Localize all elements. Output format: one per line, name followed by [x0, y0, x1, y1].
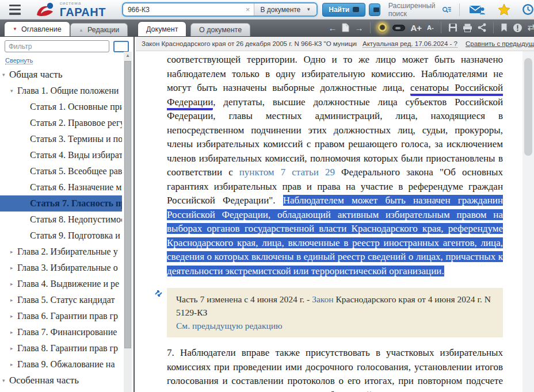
print-icon[interactable]	[463, 24, 472, 32]
document-page-icon[interactable]	[342, 23, 349, 32]
document-scrollbar-thumb[interactable]	[524, 58, 532, 156]
toc-item[interactable]: ▸Глава 4. Выдвижение и ре	[0, 276, 122, 292]
compare-editions-link[interactable]: Сравнить с предыдущ	[466, 40, 534, 47]
top-right-icons	[469, 3, 534, 16]
collapsed-triangle-icon[interactable]: ▸	[10, 249, 17, 255]
save-icon[interactable]	[448, 23, 457, 32]
toc-sidebar: Свернуть ▾Общая часть▾Глава 1. Общие пол…	[0, 37, 135, 392]
toc-item[interactable]: Статья 9. Подготовка и	[0, 228, 122, 244]
toc-item-label: Глава 5. Статус кандидат	[17, 295, 115, 305]
secondary-search-button[interactable]	[369, 3, 380, 16]
favorites-star-icon[interactable]	[498, 3, 510, 16]
find-button[interactable]: Найти	[322, 3, 365, 17]
previous-edition-link[interactable]: См. предыдущую редакцию	[176, 321, 283, 330]
expanded-triangle-icon[interactable]: ▾	[2, 72, 9, 78]
toc-item[interactable]: Статья 7. Гласность при	[0, 195, 122, 212]
tabs-toolbar: ▼ Оглавление ▲ Редакции Документ О докум…	[0, 20, 534, 37]
law-article-link[interactable]: пунктом 7 статьи 29	[239, 167, 335, 178]
note-law-link[interactable]: Закон	[312, 294, 333, 304]
toc-item[interactable]: Статья 6. Назначение м	[0, 179, 122, 195]
collapse-all-link[interactable]: Свернуть	[5, 57, 33, 64]
main-menu-icon[interactable]	[9, 5, 21, 15]
toc-item[interactable]: ▾Общая часть	[0, 67, 122, 83]
toc-item[interactable]: ▸Глава 7. Финансирование	[0, 324, 122, 340]
collapsed-triangle-icon[interactable]: ▸	[10, 265, 17, 271]
collapsed-triangle-icon[interactable]: ▸	[10, 313, 17, 319]
marker-icon[interactable]	[392, 25, 405, 31]
toc-item-label: Статья 3. Термины и по	[30, 134, 122, 144]
garant-logo[interactable]: система ГАРАНТ	[36, 1, 106, 18]
clear-search-icon[interactable]: ×	[241, 5, 254, 14]
expanded-triangle-icon[interactable]: ▾	[10, 88, 17, 94]
toc-item[interactable]: Статья 3. Термины и по	[0, 131, 122, 147]
toc-item-label: Статья 2. Правовое регу	[30, 118, 122, 128]
toc-item[interactable]: Статья 2. Правовое регу	[0, 115, 122, 131]
tab-document[interactable]: Документ	[138, 22, 186, 36]
collapsed-triangle-icon[interactable]: ▸	[10, 345, 17, 351]
tab-toc[interactable]: ▼ Оглавление	[5, 22, 70, 36]
expanded-triangle-icon[interactable]: ▾	[2, 378, 9, 383]
toc-item[interactable]: ▾Особенная часть	[0, 372, 122, 389]
garant-app-window: система ГАРАНТ × В документе ▼ Найти Рас…	[0, 0, 534, 392]
info-icon[interactable]	[513, 23, 522, 33]
red-triangle-icon: ▼	[13, 26, 17, 32]
top-toolbar: система ГАРАНТ × В документе ▼ Найти Рас…	[0, 0, 534, 20]
toc-item-label: Глава 1. Общие положени	[17, 86, 119, 96]
mail-icon[interactable]	[469, 4, 486, 16]
toc-item[interactable]: ▸Глава 5. Статус кандидат	[0, 292, 122, 308]
toc-item[interactable]: Статья 1. Основные при	[0, 99, 122, 115]
logo-system-label: система	[60, 1, 106, 6]
toc-item[interactable]: ▾Глава 1. Общие положени	[0, 83, 122, 99]
search-scope-dropdown[interactable]: В документе ▼	[254, 3, 316, 16]
tab-editions[interactable]: ▲ Редакции	[70, 23, 128, 36]
font-decrease-button[interactable]: A-	[427, 24, 434, 31]
collapsed-triangle-icon[interactable]: ▸	[10, 297, 17, 303]
toc-item[interactable]: ▸Глава 6. Гарантии прав гр	[0, 308, 122, 324]
note-text: Часть 7 изменена с 4 июня 2024 г. -	[176, 294, 312, 304]
toc-item-label: Глава 9. Обжалование на	[17, 359, 115, 370]
advanced-search-link[interactable]: Расширенный поиск	[388, 2, 452, 18]
toc-item[interactable]: Статья 5. Всеобщее равн	[0, 163, 122, 179]
toc-item[interactable]: ▸Глава 3. Избирательные о	[0, 260, 122, 276]
note-marker-icon[interactable]	[155, 290, 162, 297]
collapsed-triangle-icon[interactable]: ▸	[10, 281, 17, 287]
toc-item[interactable]: Статья 4. Виды избират	[0, 147, 122, 163]
prev-fragment-icon[interactable]: ←	[328, 24, 337, 32]
toc-item[interactable]: ▸Глава 2. Избирательные у	[0, 244, 122, 260]
compare-arrows-icon[interactable]: ⇄	[528, 23, 534, 32]
font-increase-button[interactable]: A+	[410, 23, 422, 33]
lamp-icon[interactable]	[377, 23, 387, 33]
next-fragment-icon[interactable]: →	[354, 24, 363, 32]
panel-toggle-button[interactable]	[113, 41, 129, 52]
sidebar-scrollbar[interactable]: ▲	[124, 52, 132, 392]
paragraph-observers: соответствующей территории. Одно и то же…	[167, 53, 503, 278]
chevron-down-icon: ▼	[306, 7, 311, 12]
toc-item-label: Статья 8. Недопустимос	[30, 214, 122, 225]
paragraph-text: , депутаты, высшие должностные лица субъ…	[167, 97, 503, 178]
search-input[interactable]	[123, 6, 242, 14]
toc-item-label: Статья 5. Всеобщее равн	[30, 166, 122, 176]
toolbar-separator	[370, 22, 371, 33]
tab-about-document[interactable]: О документе	[190, 23, 250, 36]
tab-toc-label: Оглавление	[21, 25, 62, 33]
advanced-search-label: Расширенный поиск	[388, 2, 439, 18]
share-icon[interactable]	[478, 23, 486, 32]
edition-selector[interactable]: Актуальная ред. 17.06.2024 - ?	[363, 40, 457, 48]
scroll-up-icon[interactable]: ▲	[124, 52, 132, 60]
advanced-search-icon	[442, 5, 451, 14]
toc-item-label: Особенная часть	[9, 375, 79, 386]
sidebar-scrollbar-thumb[interactable]	[124, 61, 131, 348]
document-body: соответствующей территории. Одно и то же…	[136, 51, 522, 392]
collapsed-triangle-icon[interactable]: ▸	[10, 329, 17, 335]
toc-item[interactable]: ▸Глава 10. Особенности пр	[0, 389, 122, 392]
toc-item[interactable]: ▸Глава 9. Обжалование на	[0, 356, 122, 372]
toc-filter-input[interactable]	[5, 40, 109, 52]
collapsed-triangle-icon[interactable]: ▸	[10, 362, 17, 367]
history-clock-icon[interactable]	[522, 3, 534, 16]
toc-item[interactable]: ▸Глава 8. Гарантии прав гр	[0, 340, 122, 356]
bookmark-icon[interactable]	[501, 23, 508, 32]
toc-tree: ▾Общая часть▾Глава 1. Общие положениСтат…	[0, 67, 122, 392]
document-scrollbar[interactable]	[522, 51, 534, 392]
toc-item[interactable]: Статья 8. Недопустимос	[0, 212, 122, 228]
tab-document-label: Документ	[146, 25, 178, 33]
